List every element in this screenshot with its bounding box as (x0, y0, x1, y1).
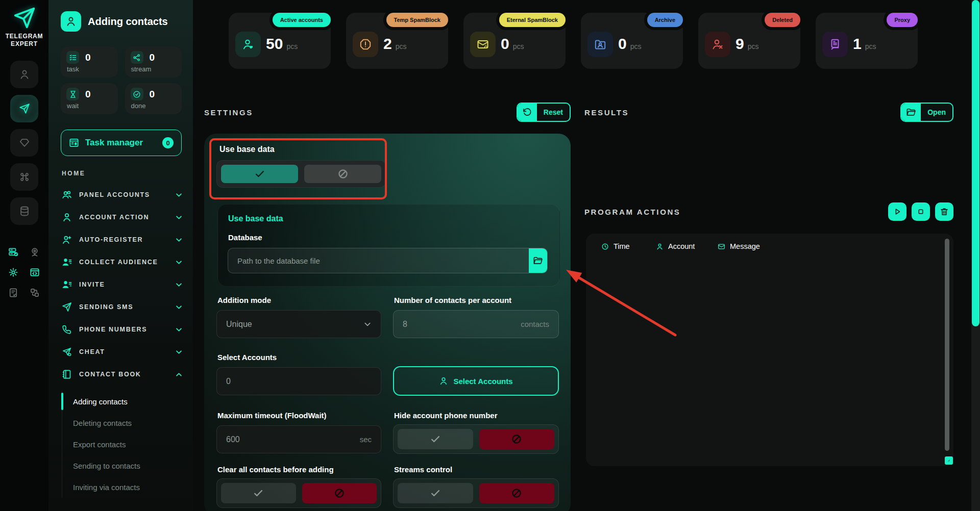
browse-database-button[interactable] (529, 248, 547, 273)
task-manager-icon (69, 138, 79, 148)
counter-wait-label: wait (67, 102, 112, 110)
task-manager-button[interactable]: Task manager 0 (61, 130, 182, 156)
sidebar-item-contact-book[interactable]: CONTACT BOOK (48, 363, 193, 386)
toggle-no-option[interactable] (479, 429, 555, 449)
sidebar-submenu: Adding contactsDeleting contactsExport c… (62, 391, 193, 498)
sidebar-item-auto-register[interactable]: AUTO-REGISTER (48, 228, 193, 251)
streams-control-toggle (393, 478, 559, 508)
sidebar-item-phone-numbers[interactable]: PHONE NUMBERS (48, 318, 193, 341)
counter-wait: 0 wait (61, 83, 118, 114)
clear-contacts-label: Clear all contacts before adding (217, 465, 334, 474)
toggle-no-option[interactable] (479, 483, 555, 503)
folder-icon (533, 256, 543, 266)
nav-rail: TELEGRAM EXPERT (0, 0, 48, 511)
sidebar-item-label: COLLECT AUDIENCE (79, 259, 175, 266)
reset-button[interactable]: Reset (517, 103, 571, 122)
rail-item-paper-plane[interactable] (10, 95, 38, 122)
rail-mini-swap-icon[interactable] (30, 288, 40, 298)
slash-circle-icon (334, 488, 345, 499)
stat-card-badge: Eternal SpamBlock (499, 13, 566, 27)
max-timeout-input[interactable] (226, 435, 355, 444)
counter-wait-value: 0 (85, 89, 91, 100)
selected-accounts-count-field (216, 367, 381, 395)
open-button[interactable]: Open (900, 103, 953, 122)
selected-accounts-count-input[interactable] (226, 377, 372, 386)
database-path-input[interactable] (228, 248, 529, 273)
select-accounts-button[interactable]: Select Accounts (393, 366, 559, 396)
counter-stream-value: 0 (150, 52, 155, 63)
stat-card-value: 9pcs (736, 35, 758, 53)
chevron-up-icon (175, 371, 183, 378)
paper-plane-icon (62, 302, 72, 312)
task-manager-label: Task manager (85, 138, 143, 148)
person-icon (65, 16, 77, 27)
page-scrollbar-thumb[interactable] (972, 0, 979, 326)
stat-card-temp-spamblock: Temp SpamBlock 2pcs (346, 13, 448, 69)
paper-plane-plus-icon (62, 347, 72, 357)
sidebar-item-account-action[interactable]: ACCOUNT ACTION (48, 206, 193, 228)
submenu-item-sending-to-contacts[interactable]: Sending to contacts (62, 455, 193, 476)
sidebar-item-sending-sms[interactable]: SENDING SMS (48, 296, 193, 318)
submenu-item-inviting-via-contacts[interactable]: Inviting via contacts (62, 476, 193, 498)
page-icon-tile (61, 11, 81, 32)
chevron-down-icon (175, 214, 183, 221)
toggle-yes-option[interactable] (398, 429, 473, 449)
toggle-no-option[interactable] (302, 483, 377, 503)
rail-item-database[interactable] (10, 197, 38, 225)
delete-log-button[interactable] (935, 202, 953, 221)
table-column-account: Account (656, 242, 718, 250)
section-label-home: HOME (62, 170, 193, 177)
person-icon (19, 69, 30, 80)
sidebar-item-collect-audience[interactable]: COLLECT AUDIENCE (48, 251, 193, 273)
stat-card-badge: Proxy (887, 13, 918, 27)
page-scrollbar-track[interactable] (971, 0, 980, 511)
checklist-icon (66, 51, 79, 64)
max-timeout-field: sec (216, 425, 381, 453)
proxy-server-icon (822, 32, 848, 57)
rail-item-command[interactable] (10, 163, 38, 191)
table-column-label: Message (730, 242, 760, 250)
table-scrollbar-thumb[interactable] (945, 239, 949, 451)
chevron-down-icon (175, 259, 183, 266)
counter-task-label: task (67, 65, 112, 73)
rail-mini-doc-check-icon[interactable] (8, 288, 18, 298)
stop-icon (916, 207, 925, 216)
person-x-icon (705, 32, 730, 57)
toggle-yes-option[interactable] (221, 483, 296, 503)
sidebar-item-label: ACCOUNT ACTION (79, 214, 175, 221)
sidebar-item-invite[interactable]: INVITE (48, 273, 193, 296)
play-button[interactable] (888, 202, 906, 221)
toggle-yes-option[interactable] (398, 483, 473, 503)
rail-item-diamond[interactable] (10, 129, 38, 157)
rotate-ccw-icon (522, 107, 532, 117)
sidebar-menu: PANEL ACCOUNTS ACCOUNT ACTION AUTO-REGIS… (48, 184, 193, 386)
resize-grip[interactable] (945, 456, 953, 465)
stat-card-proxy: Proxy 1pcs (816, 13, 918, 69)
stop-button[interactable] (912, 202, 930, 221)
rail-item-person[interactable] (10, 61, 38, 88)
submenu-item-export-contacts[interactable]: Export contacts (62, 433, 193, 455)
submenu-item-deleting-contacts[interactable]: Deleting contacts (62, 412, 193, 433)
results-title: RESULTS (584, 108, 629, 117)
sidebar-item-cheat[interactable]: CHEAT (48, 341, 193, 363)
rail-mini-webcam-icon[interactable] (30, 247, 40, 257)
check-icon (430, 433, 441, 445)
rail-mini-server-check-icon[interactable] (8, 247, 18, 257)
hide-phone-toggle (393, 424, 559, 454)
database-icon (19, 206, 30, 217)
account-stat-cards: Active accounts 50pcs Temp SpamBlock 2pc… (229, 13, 918, 69)
rail-mini-gear-icon[interactable] (8, 267, 18, 277)
contacts-per-account-input[interactable] (403, 320, 516, 329)
clear-contacts-toggle (216, 478, 381, 508)
addition-mode-select[interactable]: Unique (216, 310, 381, 338)
rail-mini-code-window-icon[interactable] (30, 267, 40, 277)
brand-line1: TELEGRAM (0, 33, 48, 40)
sidebar-item-panel-accounts[interactable]: PANEL ACCOUNTS (48, 184, 193, 206)
stat-card-badge: Active accounts (273, 13, 331, 27)
open-icon-tile (901, 104, 921, 121)
chevron-down-icon (175, 326, 183, 334)
submenu-item-adding-contacts[interactable]: Adding contacts (62, 391, 193, 412)
table-column-message: Message (718, 242, 760, 250)
chevron-down-icon (363, 320, 372, 328)
app-logo: TELEGRAM EXPERT (0, 6, 48, 48)
